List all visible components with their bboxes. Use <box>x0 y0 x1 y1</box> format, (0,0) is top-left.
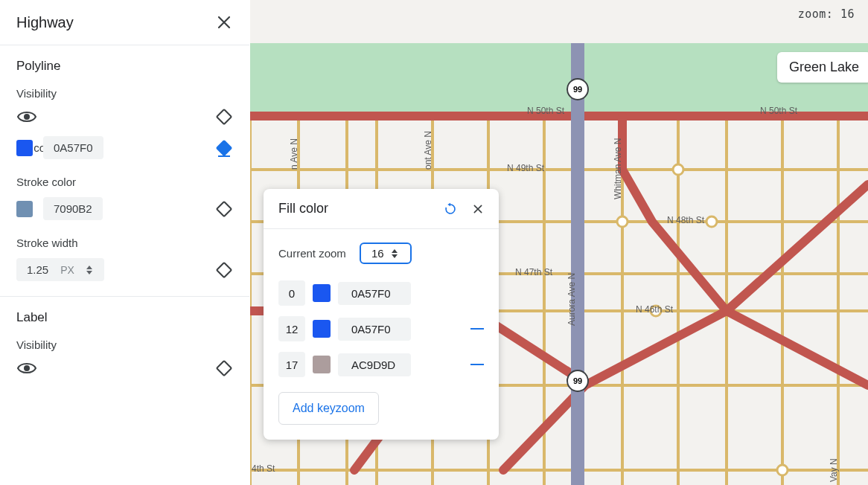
eye-icon[interactable] <box>16 360 37 376</box>
svg-point-1 <box>24 365 30 371</box>
current-zoom-value: 16 <box>371 247 384 260</box>
reset-icon[interactable] <box>444 202 457 216</box>
svg-text:N 50th St: N 50th St <box>760 106 798 116</box>
stepper-arrows-icon[interactable] <box>86 266 94 274</box>
keyzoom-diamond-icon[interactable] <box>216 200 233 217</box>
svg-text:ont Ave N: ont Ave N <box>423 131 433 170</box>
eye-icon[interactable] <box>16 109 37 125</box>
current-zoom-label: Current zoom <box>278 247 346 260</box>
keyzoom-row: 120A57F0 <box>278 316 484 341</box>
section-label: Label Visibility <box>0 297 249 391</box>
svg-point-25 <box>706 216 717 227</box>
current-zoom-row: Current zoom 16 <box>278 242 484 264</box>
svg-text:n Ave N: n Ave N <box>289 138 299 170</box>
zoom-indicator: zoom: 16 <box>798 7 855 21</box>
keyzoom-diamond-icon[interactable] <box>216 109 233 126</box>
svg-text:Vay N: Vay N <box>829 458 839 482</box>
sidebar: Highway Polyline Visibility Fill color <box>0 0 250 485</box>
keyzoom-row: 17AC9D9D <box>278 352 484 377</box>
stroke-width-label: Stroke width <box>16 237 233 249</box>
fill-color-hex-text: 0A57F0 <box>54 141 93 154</box>
close-icon[interactable] <box>472 203 484 215</box>
svg-point-24 <box>673 164 683 175</box>
svg-point-0 <box>24 114 30 120</box>
keyzoom-zoom-value[interactable]: 0 <box>278 280 305 306</box>
keyzoom-diamond-icon[interactable] <box>216 360 233 377</box>
stroke-color-label: Stroke color <box>16 176 233 188</box>
keyzoom-list: 00A57F0120A57F017AC9D9D <box>278 280 484 377</box>
svg-point-23 <box>617 216 628 227</box>
section-title-polyline: Polyline <box>16 59 233 74</box>
svg-text:N 46th St: N 46th St <box>636 304 674 315</box>
zoom-value: 16 <box>840 7 855 21</box>
visibility-label: Visibility <box>16 87 233 100</box>
popover-body: Current zoom 16 00A57F0120A57F017AC9D9D … <box>264 229 499 440</box>
stroke-width-value: 1.25 <box>27 263 48 276</box>
keyzoom-hex[interactable]: AC9D9D <box>338 353 411 376</box>
svg-text:Aurora Ave N: Aurora Ave N <box>567 273 577 326</box>
stroke-width-unit: PX <box>60 264 74 276</box>
svg-text:N 50th St: N 50th St <box>527 106 565 116</box>
svg-text:99: 99 <box>573 376 582 385</box>
keyzoom-hex[interactable]: 0A57F0 <box>338 318 411 341</box>
visibility-row <box>16 360 233 376</box>
stroke-width-row: 1.25 PX <box>16 258 233 281</box>
popover-header: Fill color <box>264 189 499 228</box>
keyzoom-row: 00A57F0 <box>278 280 484 306</box>
stroke-width-stepper[interactable]: 1.25 PX <box>16 258 104 281</box>
sidebar-header: Highway <box>0 0 249 45</box>
close-icon[interactable] <box>215 13 233 31</box>
visibility-label: Visibility <box>16 338 233 351</box>
keyzoom-diamond-filled-icon[interactable] <box>216 139 233 156</box>
fill-color-popover: Fill color Current zoom 16 00A57F0 <box>264 189 499 440</box>
svg-text:N 49th St: N 49th St <box>507 163 545 173</box>
keyzoom-swatch[interactable] <box>313 284 331 302</box>
svg-text:N 48th St: N 48th St <box>667 215 705 225</box>
section-title-label: Label <box>16 310 233 325</box>
fill-color-swatch[interactable] <box>16 140 33 156</box>
keyzoom-hex[interactable]: 0A57F0 <box>338 282 411 305</box>
place-label[interactable]: Green Lake <box>777 52 868 83</box>
popover-title: Fill color <box>278 201 328 216</box>
stroke-color-swatch[interactable] <box>16 201 33 217</box>
stepper-arrows-icon[interactable] <box>392 249 398 258</box>
keyzoom-swatch[interactable] <box>313 320 331 338</box>
remove-keyzoom-icon[interactable] <box>470 364 484 365</box>
svg-point-28 <box>777 465 788 475</box>
keyzoom-swatch[interactable] <box>313 356 331 373</box>
remove-keyzoom-icon[interactable] <box>470 328 484 330</box>
keyzoom-diamond-icon[interactable] <box>216 261 233 278</box>
svg-rect-2 <box>250 43 868 114</box>
add-keyzoom-button[interactable]: Add keyzoom <box>278 392 379 425</box>
svg-text:N 47th St: N 47th St <box>515 267 553 277</box>
stroke-color-hex-text: 7090B2 <box>54 202 92 215</box>
stroke-color-row: 7090B2 <box>16 197 233 220</box>
fill-color-row: 0A57F0 <box>16 136 233 159</box>
svg-text:99: 99 <box>573 85 582 94</box>
keyzoom-zoom-value[interactable]: 12 <box>278 316 305 341</box>
svg-text:Whitman Ave N: Whitman Ave N <box>613 138 623 199</box>
section-polyline: Polyline Visibility Fill color 0A57F0 <box>0 45 249 296</box>
current-zoom-stepper[interactable]: 16 <box>360 242 412 264</box>
fill-color-hex[interactable]: 0A57F0 <box>43 136 103 159</box>
visibility-row <box>16 109 233 125</box>
stroke-color-hex[interactable]: 7090B2 <box>43 197 103 220</box>
svg-text:4th St: 4th St <box>252 463 275 474</box>
sidebar-title: Highway <box>16 14 74 31</box>
keyzoom-zoom-value[interactable]: 17 <box>278 352 305 377</box>
zoom-prefix: zoom: <box>798 7 834 21</box>
